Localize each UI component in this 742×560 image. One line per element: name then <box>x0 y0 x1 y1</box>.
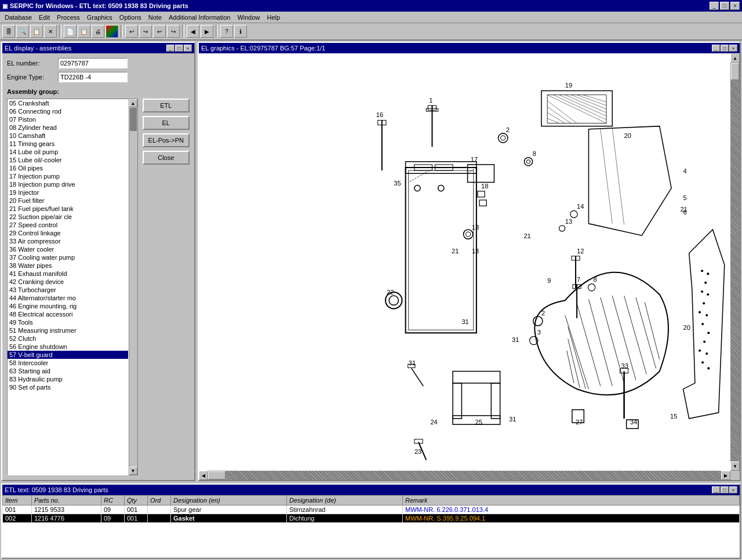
svg-rect-75 <box>453 371 500 383</box>
el-graphics-minimize[interactable]: _ <box>712 45 720 52</box>
assembly-list-item[interactable]: 43 Turbocharger <box>8 286 128 294</box>
tb-close-button[interactable]: ✕ <box>44 25 57 38</box>
minimize-button[interactable]: _ <box>710 2 719 10</box>
tb-db-button[interactable]: 🗄 <box>2 25 15 38</box>
assembly-list-item[interactable]: 49 Tools <box>8 318 128 326</box>
assembly-list-item[interactable]: 37 Cooling water pump <box>8 253 128 261</box>
menu-edit[interactable]: Edit <box>35 13 53 22</box>
assembly-list-item[interactable]: 57 V-belt guard <box>8 351 128 359</box>
assembly-list-item[interactable]: 44 Alternator/starter mo <box>8 294 128 302</box>
assembly-list-item[interactable]: 90 Set of parts <box>8 383 128 391</box>
assembly-list-item[interactable]: 11 Timing gears <box>8 140 128 148</box>
tb-paste-button[interactable]: 📋 <box>78 25 90 38</box>
part-7-label: 7 <box>577 276 580 283</box>
assembly-list-item[interactable]: 17 Injection pump <box>8 172 128 180</box>
graphics-scroll-grip[interactable] <box>731 63 739 80</box>
menu-window[interactable]: Window <box>234 13 263 22</box>
tb-info-button[interactable]: ℹ <box>234 25 247 38</box>
etl-panel-minimize[interactable]: _ <box>712 486 720 493</box>
assembly-list-item[interactable]: 14 Lube oil pump <box>8 148 128 156</box>
el-number-input[interactable] <box>58 58 128 68</box>
part-2-label-low: 2 <box>541 310 545 317</box>
scroll-thumb[interactable] <box>130 108 137 131</box>
graphics-scroll-left[interactable]: ◀ <box>199 471 208 480</box>
assembly-list-item[interactable]: 10 Camshaft <box>8 132 128 140</box>
etl-button[interactable]: ETL <box>143 99 190 112</box>
svg-point-71 <box>701 361 704 363</box>
tb-undo2-button[interactable]: ↩ <box>153 25 166 38</box>
graphics-v-scrollbar[interactable]: ▲ ▼ <box>730 53 740 471</box>
assembly-list-item[interactable]: 07 Piston <box>8 115 128 123</box>
assembly-list-item[interactable]: 29 Control linkage <box>8 229 128 237</box>
assembly-list-item[interactable]: 38 Water pipes <box>8 261 128 270</box>
assembly-list-item[interactable]: 52 Clutch <box>8 334 128 343</box>
assembly-list-item[interactable]: 46 Engine mounting, rig <box>8 302 128 310</box>
assembly-list-item[interactable]: 56 Engine shutdown <box>8 343 128 351</box>
el-graphics-close[interactable]: × <box>729 45 737 52</box>
assembly-list-item[interactable]: 18 Injection pump drive <box>8 180 128 188</box>
etl-panel-maximize[interactable]: □ <box>721 486 729 493</box>
assembly-group-label: Assembly group: <box>7 88 190 95</box>
maximize-button[interactable]: □ <box>720 2 729 10</box>
tb-undo-button[interactable]: ↩ <box>125 25 138 38</box>
tb-copy-button[interactable]: 📄 <box>64 25 77 38</box>
menu-note[interactable]: Note <box>145 13 165 22</box>
assembly-list-item[interactable]: 42 Cranking device <box>8 278 128 286</box>
scroll-down-btn[interactable]: ▼ <box>129 467 137 475</box>
el-display-minimize[interactable]: _ <box>166 45 174 52</box>
tb-print-button[interactable]: 🖨 <box>92 25 104 38</box>
engine-type-input[interactable] <box>58 72 128 82</box>
el-button[interactable]: EL <box>143 116 190 130</box>
assembly-list-item[interactable]: 08 Zylinder head <box>8 123 128 132</box>
assembly-list-item[interactable]: 27 Speed control <box>8 221 128 229</box>
svg-point-58 <box>701 270 703 272</box>
assembly-scrollbar[interactable]: ▲ ▼ <box>129 99 138 475</box>
el-graphics-maximize[interactable]: □ <box>721 45 729 52</box>
assembly-list-item[interactable]: 48 Electrical accessori <box>8 310 128 318</box>
tb-search-button[interactable]: 🔍 <box>16 25 29 38</box>
assembly-list-item[interactable]: 22 Suction pipe/air cle <box>8 213 128 221</box>
menu-help[interactable]: Help <box>264 13 284 22</box>
scroll-up-btn[interactable]: ▲ <box>129 99 137 107</box>
table-row[interactable]: 001 1215 9533 09 001 Spur gear Stirnzahn… <box>3 506 740 514</box>
tb-help-button[interactable]: ? <box>220 25 233 38</box>
menu-options[interactable]: Options <box>116 13 145 22</box>
tb-back-button[interactable]: ◀ <box>187 25 199 38</box>
assembly-list-item[interactable]: 15 Lube oil/-cooler <box>8 156 128 164</box>
menu-additional-info[interactable]: Additional Information <box>165 13 234 22</box>
graphics-scroll-down[interactable]: ▼ <box>730 461 740 471</box>
menu-graphics[interactable]: Graphics <box>83 13 116 22</box>
assembly-list-item[interactable]: 51 Measuring instrumer <box>8 326 128 334</box>
assembly-list[interactable]: 05 Crankshaft06 Connecting rod07 Piston0… <box>7 99 129 475</box>
assembly-list-item[interactable]: 63 Starting aid <box>8 367 128 375</box>
close-button[interactable]: × <box>730 2 740 10</box>
assembly-list-item[interactable]: 41 Exhaust manifold <box>8 270 128 278</box>
etl-panel-close[interactable]: × <box>729 486 737 493</box>
graphics-h-scrollbar[interactable]: ◀ ▶ <box>199 471 730 480</box>
col-qty: Qty <box>125 496 148 506</box>
close-action-button[interactable]: Close <box>143 151 190 165</box>
assembly-list-item[interactable]: 83 Hydraulic pump <box>8 375 128 383</box>
assembly-list-item[interactable]: 16 Oil pipes <box>8 164 128 172</box>
menu-process[interactable]: Process <box>53 13 83 22</box>
assembly-list-item[interactable]: 36 Water cooler <box>8 245 128 253</box>
assembly-list-item[interactable]: 33 Air compressor <box>8 237 128 245</box>
graphics-scroll-right[interactable]: ▶ <box>721 471 730 480</box>
graphics-scroll-up[interactable]: ▲ <box>730 53 740 63</box>
el-pos-pn-button[interactable]: EL-Pos->PN <box>143 133 190 147</box>
table-row[interactable]: 002 1216 4776 09 001 Gasket Dichtung MWM… <box>3 514 740 523</box>
menu-database[interactable]: Database <box>1 13 35 22</box>
assembly-list-item[interactable]: 58 Intercooler <box>8 359 128 367</box>
el-display-maximize[interactable]: □ <box>175 45 183 52</box>
assembly-list-item[interactable]: 19 Injector <box>8 188 128 197</box>
tb-redo2-button[interactable]: ↪ <box>167 25 180 38</box>
assembly-list-item[interactable]: 20 Fuel filter <box>8 197 128 205</box>
tb-forward-button[interactable]: ▶ <box>201 25 213 38</box>
assembly-list-item[interactable]: 21 Fuel pipes/fuel tank <box>8 205 128 213</box>
el-display-close[interactable]: × <box>184 45 192 52</box>
tb-browse-button[interactable]: 📋 <box>30 25 43 38</box>
assembly-list-item[interactable]: 05 Crankshaft <box>8 99 128 107</box>
tb-redo-button[interactable]: ↪ <box>139 25 152 38</box>
tb-color-button[interactable] <box>106 25 118 38</box>
assembly-list-item[interactable]: 06 Connecting rod <box>8 107 128 115</box>
